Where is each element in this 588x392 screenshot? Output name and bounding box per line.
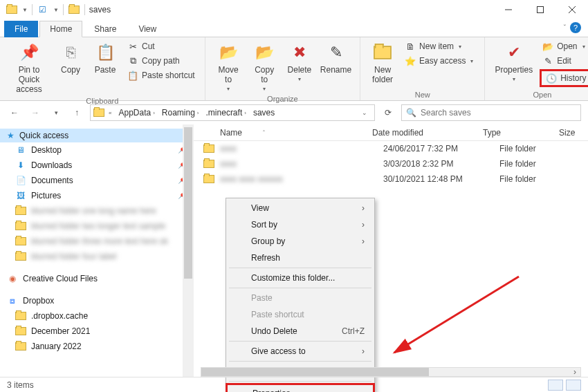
copy-icon: ⎘	[59, 41, 82, 64]
ctx-group-by[interactable]: Group by›	[226, 233, 374, 250]
ctx-give-access-to[interactable]: Give access to›	[226, 343, 374, 360]
folder-icon	[203, 174, 214, 185]
breadcrumb[interactable]: saves	[250, 108, 277, 118]
view-large-icons-button[interactable]	[566, 380, 581, 391]
ribbon-tabs: File Home Share View ˇ ?	[0, 19, 588, 37]
sidebar-item-downloads[interactable]: ⬇Downloads📍	[0, 158, 194, 173]
back-button[interactable]: ←	[7, 105, 22, 120]
search-icon: 🔍	[406, 108, 416, 118]
ctx-sort-by[interactable]: Sort by›	[226, 216, 374, 233]
sidebar-creative-cloud[interactable]: ◉Creative Cloud Files	[0, 271, 194, 286]
copy-path-button[interactable]: ⧉Copy path	[125, 55, 198, 67]
breadcrumb[interactable]: .minecraft›	[203, 108, 249, 118]
paste-button[interactable]: 📋 Paste	[90, 40, 120, 76]
copy-to-button[interactable]: 📂Copy to▾	[248, 40, 280, 93]
paste-icon: 📋	[94, 41, 116, 64]
rename-icon: ✎	[325, 41, 347, 64]
help-button[interactable]: ?	[570, 22, 581, 33]
column-type[interactable]: Type	[477, 128, 553, 138]
delete-button[interactable]: ✖Delete▾	[284, 40, 315, 84]
copy-to-icon: 📂	[253, 41, 275, 64]
up-button[interactable]: ↑	[69, 105, 84, 120]
tab-home[interactable]: Home	[39, 21, 82, 37]
qat-dropdown-2[interactable]: ▼	[53, 7, 59, 13]
refresh-button[interactable]: ⟳	[380, 105, 396, 120]
tab-view[interactable]: View	[128, 21, 167, 37]
sidebar-item[interactable]: blurred folder one long name here	[0, 203, 194, 218]
ctx-paste-shortcut: Paste shortcut	[226, 306, 374, 323]
column-size[interactable]: Size	[553, 128, 588, 138]
copy-button[interactable]: ⎘ Copy	[55, 40, 86, 76]
sidebar-quick-access[interactable]: ★Quick access	[0, 129, 194, 142]
sidebar-scrollbar[interactable]	[183, 124, 194, 377]
scroll-thumb[interactable]	[201, 368, 429, 376]
easy-access-button[interactable]: ⭐Easy access▾	[402, 55, 477, 67]
sidebar-item[interactable]: blurred folder four label	[0, 249, 194, 264]
view-details-button[interactable]	[548, 380, 563, 391]
breadcrumb[interactable]: Roaming›	[159, 108, 202, 118]
ctx-undo-delete[interactable]: Undo DeleteCtrl+Z	[226, 323, 374, 339]
table-row[interactable]: xxxx xxxx xxxxxx30/10/2021 12:48 PMFile …	[194, 171, 588, 187]
new-folder-button[interactable]: New folder	[367, 40, 398, 86]
new-item-icon: 🗎	[405, 41, 416, 52]
edit-button[interactable]: ✎Edit	[540, 55, 588, 67]
rename-button[interactable]: ✎Rename	[319, 40, 353, 76]
delete-icon: ✖	[288, 41, 311, 64]
window-title: saves	[89, 5, 111, 15]
folder-icon	[93, 107, 104, 118]
horizontal-scrollbar[interactable]: ‹ ›	[201, 367, 581, 377]
breadcrumb[interactable]: AppData›	[116, 108, 157, 118]
pin-to-quick-access-button[interactable]: 📌 Pin to Quick access	[7, 40, 51, 95]
folder-icon	[203, 143, 214, 154]
ribbon-group-open: ✔Properties▾ 📂Open▾ ✎Edit 🕓History Open	[485, 37, 588, 100]
sidebar-item[interactable]: .dropbox.cache	[0, 308, 194, 324]
forward-button[interactable]: →	[28, 105, 43, 120]
search-box[interactable]: 🔍	[401, 104, 581, 121]
sidebar-item[interactable]: January 2022	[0, 339, 194, 354]
chevron-right-icon: ›	[362, 236, 365, 246]
search-input[interactable]	[421, 108, 576, 118]
ribbon-collapse[interactable]: ˇ	[564, 24, 566, 32]
paste-shortcut-icon: 📋	[127, 70, 138, 81]
recent-locations[interactable]: ▾	[48, 105, 64, 120]
chevron-right-icon: ›	[362, 220, 365, 230]
sidebar-item[interactable]: December 2021	[0, 324, 194, 339]
breadcrumb-prefix[interactable]: «	[106, 110, 114, 116]
sidebar-item[interactable]: blurred folder two longer text sample	[0, 218, 194, 234]
checkbox-icon[interactable]: ☑	[37, 3, 49, 16]
maximize-button[interactable]	[524, 0, 556, 19]
ctx-customize[interactable]: Customize this folder...	[226, 270, 374, 286]
column-date[interactable]: Date modified	[367, 128, 477, 138]
cut-button[interactable]: ✂Cut	[125, 40, 198, 53]
sidebar-dropbox[interactable]: ⧈Dropbox	[0, 293, 194, 308]
table-row[interactable]: xxxx3/03/2018 2:32 PMFile folder	[194, 156, 588, 171]
tab-file[interactable]: File	[4, 21, 38, 37]
downloads-icon: ⬇	[15, 160, 26, 171]
folder-icon	[6, 3, 18, 16]
column-name[interactable]: Nameˆ	[214, 128, 367, 138]
sidebar-item-desktop[interactable]: 🖥Desktop📍	[0, 142, 194, 158]
minimize-button[interactable]	[493, 0, 524, 19]
properties-button[interactable]: ✔Properties▾	[492, 40, 535, 84]
creative-cloud-icon: ◉	[7, 273, 18, 284]
open-button[interactable]: 📂Open▾	[540, 40, 588, 53]
sidebar-item-documents[interactable]: 📄Documents📍	[0, 173, 194, 188]
sidebar-item-pictures[interactable]: 🖼Pictures📍	[0, 188, 194, 203]
address-dropdown[interactable]: ⌄	[358, 109, 371, 116]
address-bar[interactable]: « AppData› Roaming› .minecraft› saves ⌄	[90, 104, 375, 121]
sidebar-item[interactable]: blurred folder three more text here ok	[0, 234, 194, 249]
tab-share[interactable]: Share	[84, 21, 127, 37]
folder-icon	[15, 326, 26, 337]
scroll-right[interactable]: ›	[569, 368, 580, 376]
ctx-refresh[interactable]: Refresh	[226, 250, 374, 266]
table-row[interactable]: xxxx24/06/2017 7:32 PMFile folder	[194, 141, 588, 156]
ribbon-group-clipboard: 📌 Pin to Quick access ⎘ Copy 📋 Paste ✂Cu…	[0, 37, 205, 100]
ctx-view[interactable]: View›	[226, 200, 374, 216]
navigation-pane: ★Quick access 🖥Desktop📍 ⬇Downloads📍 📄Doc…	[0, 124, 194, 377]
close-button[interactable]	[556, 0, 588, 19]
qat-dropdown[interactable]: ▼	[22, 7, 28, 13]
new-item-button[interactable]: 🗎New item▾	[402, 40, 477, 53]
move-to-button[interactable]: 📂Move to▾	[212, 40, 245, 93]
paste-shortcut-button[interactable]: 📋Paste shortcut	[125, 69, 198, 82]
history-button[interactable]: 🕓History	[543, 72, 588, 84]
